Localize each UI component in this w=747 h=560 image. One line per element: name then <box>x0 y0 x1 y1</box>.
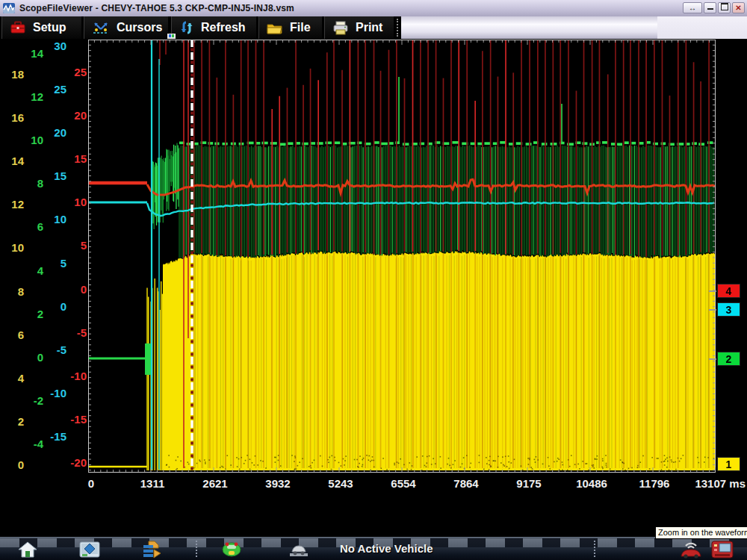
scale-ch3-tick: -15 <box>41 430 66 443</box>
scale-ch3-tick: 0 <box>41 300 66 313</box>
bottom-taskbar: No Active Vehicle <box>0 537 747 560</box>
toolbox-icon <box>10 21 26 34</box>
file-label: File <box>290 21 311 34</box>
refresh-button[interactable]: Refresh <box>171 16 257 39</box>
cursors-icon <box>92 20 110 35</box>
wireless-connection-button[interactable] <box>675 540 707 559</box>
scale-ch3-tick: 30 <box>41 40 66 52</box>
time-axis-label: 5243 <box>309 477 372 490</box>
scan-tool-icon <box>710 540 734 559</box>
scale-ch4-tick: -20 <box>61 456 87 469</box>
scale-ch2-tick: 0 <box>18 351 43 364</box>
refresh-label: Refresh <box>201 21 246 34</box>
channel-3-badge[interactable]: 3 <box>717 302 740 317</box>
scale-ch1-tick: 4 <box>0 372 24 385</box>
scale-ch4-tick: -15 <box>61 413 87 426</box>
select-vehicle-button[interactable] <box>282 540 315 559</box>
scale-ch4-tick: 15 <box>61 152 87 165</box>
scale-ch1-tick: 2 <box>0 415 24 428</box>
scale-ch3-tick: 5 <box>41 257 66 270</box>
scale-ch4-tick: -5 <box>61 326 87 339</box>
badge-tick <box>709 358 716 360</box>
toolbar-filler-right <box>657 16 747 39</box>
folder-icon <box>267 22 283 34</box>
scale-ch1-tick: 14 <box>0 155 24 167</box>
print-label: Print <box>356 21 382 34</box>
scale-ch1-tick: 16 <box>0 111 24 124</box>
scale-ch3-tick: 10 <box>41 213 66 225</box>
minimize-button[interactable] <box>704 2 716 13</box>
scale-ch2-tick: 6 <box>18 220 43 233</box>
playback-toolbar: 00:02:153 Max <box>0 491 747 537</box>
scope-multimeter-button[interactable] <box>73 540 106 559</box>
maximize-button[interactable] <box>718 2 731 13</box>
scale-ch3-tick: -5 <box>41 343 66 356</box>
time-axis-label: 13107 ms <box>653 477 746 490</box>
active-vehicle-status: No Active Vehicle <box>340 542 433 555</box>
scale-ch3-tick: 15 <box>41 169 66 182</box>
home-button[interactable] <box>11 540 44 559</box>
trigger-marker-icon[interactable] <box>167 34 176 39</box>
scale-ch2-tick: -4 <box>18 438 43 450</box>
scale-ch4-tick: 5 <box>61 239 87 252</box>
scale-ch1-tick: 6 <box>0 329 24 341</box>
scale-ch1-tick: 18 <box>0 68 24 81</box>
scope-file-viewer-window: ScopeFileViewer - CHEVY-TAHOE 5.3 CKP-CM… <box>0 0 747 560</box>
window-title: ScopeFileViewer - CHEVY-TAHOE 5.3 CKP-CM… <box>19 3 294 13</box>
car-icon <box>220 541 243 558</box>
taskbar-separator-right <box>594 541 598 557</box>
home-icon <box>18 541 37 558</box>
scale-ch2-tick: 4 <box>18 264 43 277</box>
time-axis-label: 3932 <box>247 477 309 490</box>
scale-ch4-tick: 20 <box>61 109 87 122</box>
time-axis-label: 7864 <box>435 477 498 490</box>
vehicle-data-button[interactable] <box>215 540 248 559</box>
cursors-button[interactable]: Cursors <box>84 16 169 39</box>
time-axis-label: 6554 <box>372 477 435 490</box>
scale-ch2-tick: 14 <box>18 47 43 60</box>
scale-ch4-tick: -10 <box>61 370 87 382</box>
print-button[interactable]: Print <box>324 16 394 39</box>
scale-ch2-tick: 2 <box>18 308 43 320</box>
scale-ch4-tick: 0 <box>61 283 87 296</box>
scope-icon <box>79 541 100 558</box>
title-bar: ScopeFileViewer - CHEVY-TAHOE 5.3 CKP-CM… <box>0 0 747 17</box>
scale-ch1-tick: 10 <box>0 241 24 254</box>
scale-ch1-tick: 0 <box>0 458 24 471</box>
printer-icon <box>332 21 349 35</box>
scale-ch1-tick: 12 <box>0 198 24 211</box>
refresh-icon <box>179 20 194 35</box>
channel-2-badge[interactable]: 2 <box>717 352 740 366</box>
scale-ch2-tick: 8 <box>18 177 43 190</box>
waveform-plot[interactable] <box>88 40 716 474</box>
time-axis-label: 0 <box>60 477 123 490</box>
channel-1-badge[interactable]: 1 <box>717 457 740 471</box>
scan-tool-button[interactable] <box>706 540 739 559</box>
file-button[interactable]: File <box>258 16 323 39</box>
scale-ch2-tick: 10 <box>18 134 43 146</box>
toolbar-filler <box>401 16 657 39</box>
time-axis-label: 9175 <box>498 477 560 490</box>
time-axis-label: 2621 <box>184 477 247 490</box>
badge-tick <box>709 309 716 311</box>
scale-ch4-tick: 10 <box>61 196 87 208</box>
setup-button[interactable]: Setup <box>1 16 82 39</box>
resize-window-button[interactable]: ↔ <box>683 2 702 13</box>
toolbar: Setup Cursors Refresh <box>0 16 747 39</box>
scale-ch3-tick: 25 <box>41 83 66 96</box>
scale-ch2-tick: 12 <box>18 90 43 103</box>
close-button[interactable]: ✕ <box>732 2 745 13</box>
channel-4-badge[interactable]: 4 <box>717 284 740 298</box>
zoom-tooltip: Zoom in on the waveform <box>655 526 747 539</box>
records-list-icon <box>142 541 163 559</box>
app-icon <box>3 3 15 13</box>
scale-ch4-tick: 25 <box>61 66 87 78</box>
gray-car-icon <box>288 541 310 558</box>
scale-ch1-tick: 8 <box>0 285 24 298</box>
scale-ch3-tick: 20 <box>41 126 66 139</box>
previous-vehicles-button[interactable] <box>136 540 169 559</box>
scale-ch3-tick: -10 <box>41 387 66 399</box>
time-axis-label: 1311 <box>121 477 184 490</box>
time-axis-label: 10486 <box>560 477 623 490</box>
badge-tick <box>709 290 716 292</box>
